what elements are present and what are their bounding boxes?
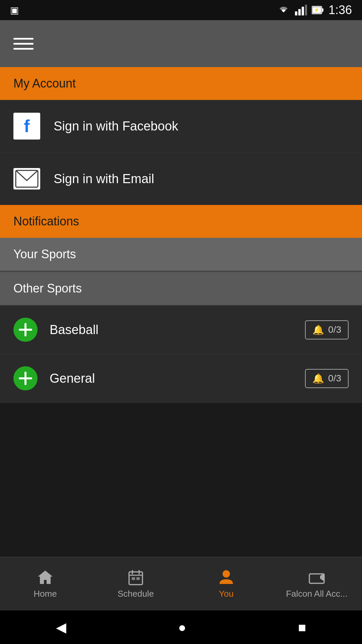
general-item[interactable]: General 🔔 0/3 — [0, 354, 362, 403]
nav-you[interactable]: You — [181, 565, 272, 602]
other-sports-header: Other Sports — [0, 271, 362, 306]
wifi-icon — [277, 5, 290, 15]
sports-list: Baseball 🔔 0/3 General 🔔 0/3 — [0, 306, 362, 403]
back-button[interactable]: ◀ — [56, 620, 66, 635]
status-bar-left: ▣ — [10, 5, 19, 16]
svg-rect-0 — [295, 11, 297, 15]
status-bar: ▣ ⚡ 1:36 — [0, 0, 362, 20]
sim-icon: ▣ — [10, 5, 19, 16]
baseball-notification-badge[interactable]: 🔔 0/3 — [305, 320, 349, 339]
account-options: f Sign in with Facebook Sign in with Ema… — [0, 100, 362, 205]
svg-marker-9 — [38, 571, 53, 584]
your-sports-header: Your Sports — [0, 238, 362, 271]
schedule-icon — [127, 569, 144, 586]
svg-rect-14 — [132, 577, 135, 580]
home-icon — [37, 569, 54, 586]
sign-in-facebook-label: Sign in with Facebook — [54, 119, 178, 133]
svg-text:⚡: ⚡ — [314, 7, 319, 12]
nav-falcon[interactable]: Falcon All Acc... — [272, 565, 362, 602]
facebook-icon: f — [13, 113, 40, 140]
baseball-bell-icon: 🔔 — [312, 324, 324, 335]
svg-rect-5 — [322, 8, 323, 12]
nav-schedule-label: Schedule — [118, 589, 154, 599]
sign-in-email-button[interactable]: Sign in with Email — [0, 153, 362, 205]
svg-rect-1 — [298, 9, 301, 15]
general-badge-count: 0/3 — [328, 373, 341, 384]
svg-rect-3 — [305, 5, 307, 15]
system-nav: ◀ ● ■ — [0, 610, 362, 644]
baseball-item[interactable]: Baseball 🔔 0/3 — [0, 306, 362, 354]
nav-schedule[interactable]: Schedule — [90, 565, 181, 602]
bottom-nav: Home Schedule You Falcon All Acc... — [0, 557, 362, 610]
signal-icon — [295, 5, 307, 15]
sign-in-facebook-button[interactable]: f Sign in with Facebook — [0, 100, 362, 153]
person-icon — [218, 569, 235, 586]
svg-rect-2 — [302, 7, 304, 15]
camera-icon — [308, 569, 325, 586]
general-notification-badge[interactable]: 🔔 0/3 — [305, 369, 349, 388]
baseball-label: Baseball — [50, 323, 99, 337]
svg-point-16 — [223, 570, 230, 578]
general-label: General — [50, 371, 95, 386]
battery-icon: ⚡ — [312, 6, 324, 14]
svg-rect-15 — [136, 577, 140, 580]
nav-falcon-label: Falcon All Acc... — [286, 589, 348, 599]
recent-button[interactable]: ■ — [298, 620, 306, 635]
svg-rect-10 — [129, 572, 142, 585]
hamburger-button[interactable] — [13, 38, 34, 50]
general-bell-icon: 🔔 — [312, 373, 324, 384]
sign-in-email-label: Sign in with Email — [54, 172, 154, 186]
header — [0, 20, 362, 67]
nav-home-label: Home — [34, 589, 57, 599]
baseball-badge-count: 0/3 — [328, 324, 341, 335]
general-add-button[interactable] — [13, 366, 38, 390]
status-icons: ⚡ 1:36 — [277, 3, 352, 17]
nav-you-label: You — [219, 589, 234, 599]
status-time: 1:36 — [328, 3, 352, 17]
home-button[interactable]: ● — [178, 620, 186, 635]
my-account-header: My Account — [0, 67, 362, 100]
notifications-header: Notifications — [0, 205, 362, 238]
email-icon — [13, 165, 40, 192]
nav-home[interactable]: Home — [0, 565, 90, 602]
baseball-add-button[interactable] — [13, 318, 38, 342]
